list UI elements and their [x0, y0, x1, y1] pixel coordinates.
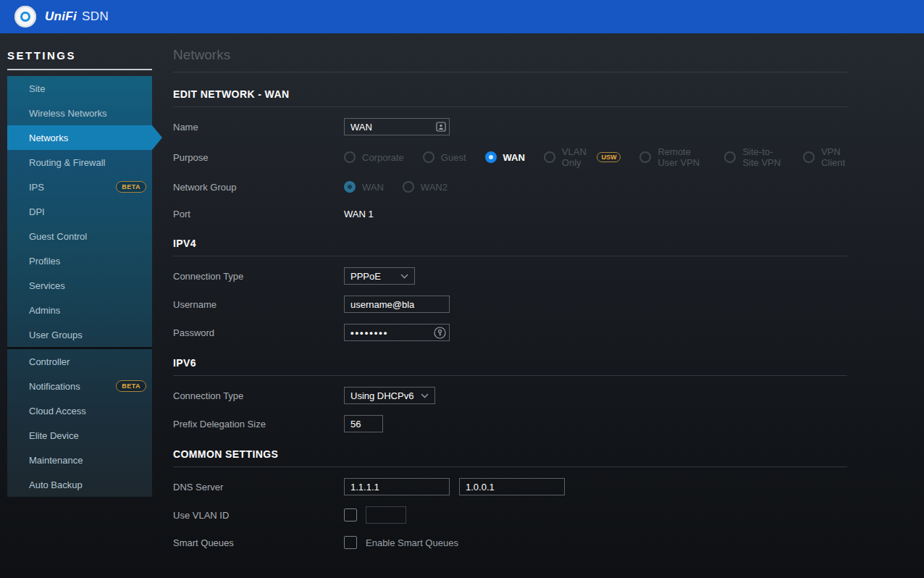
- sidebar-item-cloud-access[interactable]: Cloud Access: [7, 398, 152, 423]
- sidebar-item-wireless-networks[interactable]: Wireless Networks: [7, 101, 152, 125]
- ipv6-heading: IPV6: [173, 357, 847, 369]
- radio-icon: [639, 151, 651, 163]
- brand-unifi: UniFi: [45, 9, 77, 24]
- sidebar-item-maintenance[interactable]: Maintenance: [7, 448, 152, 472]
- purpose-option-wan[interactable]: WAN: [485, 151, 525, 163]
- sidebar-nav: Site Wireless Networks Networks Routing …: [7, 76, 152, 497]
- sidebar-item-controller[interactable]: Controller: [7, 349, 152, 374]
- name-row: Name: [173, 118, 847, 135]
- prefix-delegation-label: Prefix Delegation Size: [173, 419, 344, 430]
- dns-server-label: DNS Server: [173, 482, 344, 493]
- smart-queues-row: Smart Queues Enable Smart Queues: [173, 535, 847, 550]
- common-settings-heading: COMMON SETTINGS: [173, 448, 847, 460]
- ipv6-connection-type-select[interactable]: Using DHCPv6: [344, 387, 435, 404]
- sidebar-item-routing-firewall[interactable]: Routing & Firewall: [7, 150, 152, 175]
- beta-badge: BETA: [116, 181, 146, 193]
- sidebar-heading-divider: [7, 69, 152, 70]
- main-content: Networks EDIT NETWORK - WAN Name Purpose…: [159, 33, 924, 578]
- radio-icon: [344, 151, 356, 163]
- purpose-option-guest: Guest: [423, 151, 466, 163]
- edit-network-heading: EDIT NETWORK - WAN: [173, 88, 847, 100]
- radio-icon: [803, 151, 815, 163]
- purpose-option-vlan-only: VLAN Only: [544, 146, 589, 168]
- ipv6-connection-type-row: Connection Type Using DHCPv6: [173, 387, 847, 404]
- use-vlan-id-checkbox[interactable]: [344, 508, 357, 522]
- password-row: Password: [173, 324, 847, 341]
- network-group-row: Network Group WAN WAN2: [173, 179, 847, 195]
- sidebar-item-user-groups[interactable]: User Groups: [7, 322, 152, 347]
- dns-server-row: DNS Server: [173, 478, 847, 495]
- port-label: Port: [173, 209, 344, 219]
- smart-queues-label: Smart Queues: [173, 537, 344, 548]
- sidebar-item-networks[interactable]: Networks: [7, 125, 152, 150]
- purpose-label: Purpose: [173, 152, 344, 163]
- network-group-radio-group: WAN WAN2: [344, 181, 448, 193]
- usw-badge: USW: [597, 152, 621, 162]
- ipv4-connection-type-select[interactable]: PPPoE: [344, 267, 415, 285]
- radio-selected-disabled-icon: [344, 181, 356, 193]
- dns-server-input-1[interactable]: [344, 478, 450, 495]
- use-vlan-id-row: Use VLAN ID: [173, 506, 847, 524]
- purpose-radio-group: Corporate Guest WAN VLAN Only USW Re: [344, 146, 847, 168]
- username-row: Username: [173, 296, 847, 313]
- sidebar-item-dpi[interactable]: DPI: [7, 199, 152, 224]
- radio-icon: [423, 151, 434, 163]
- sidebar-item-notifications[interactable]: Notifications BETA: [7, 374, 152, 398]
- purpose-option-site-to-site-vpn: Site-to-Site VPN: [724, 146, 784, 168]
- radio-icon: [724, 151, 736, 163]
- brand-sdn: SDN: [82, 9, 109, 24]
- purpose-row: Purpose Corporate Guest WAN VLAN Only: [173, 146, 847, 168]
- use-vlan-id-label: Use VLAN ID: [173, 510, 344, 521]
- autofill-icon: [436, 122, 446, 132]
- sidebar-item-site[interactable]: Site: [7, 76, 152, 101]
- purpose-option-remote-user-vpn: Remote User VPN: [639, 146, 705, 168]
- port-value: WAN 1: [344, 209, 374, 219]
- network-group-option-wan: WAN: [344, 181, 384, 193]
- page-title-divider: [173, 72, 847, 72]
- chevron-down-icon: [421, 393, 429, 398]
- sidebar-heading: SETTINGS: [7, 49, 159, 62]
- purpose-option-corporate: Corporate: [344, 151, 404, 163]
- beta-badge: BETA: [116, 380, 146, 392]
- ipv4-connection-type-label: Connection Type: [173, 271, 344, 282]
- brand-title: UniFi SDN: [45, 9, 109, 24]
- radio-icon: [544, 151, 555, 163]
- purpose-option-vpn-client: VPN Client: [803, 146, 847, 168]
- prefix-delegation-input[interactable]: [344, 415, 383, 432]
- enable-smart-queues-text: Enable Smart Queues: [366, 537, 458, 548]
- sidebar-item-guest-control[interactable]: Guest Control: [7, 224, 152, 248]
- ipv4-connection-type-row: Connection Type PPPoE: [173, 267, 847, 285]
- top-bar: UniFi SDN: [0, 0, 924, 33]
- chevron-down-icon: [400, 274, 408, 279]
- radio-icon: [403, 181, 414, 193]
- network-group-option-wan2: WAN2: [403, 181, 448, 193]
- ipv6-connection-type-label: Connection Type: [173, 390, 344, 401]
- sidebar-item-elite-device[interactable]: Elite Device: [7, 423, 152, 448]
- sidebar-item-auto-backup[interactable]: Auto Backup: [7, 472, 152, 497]
- port-row: Port WAN 1: [173, 206, 847, 222]
- radio-selected-icon[interactable]: [485, 151, 497, 163]
- username-label: Username: [173, 299, 344, 310]
- sidebar-item-admins[interactable]: Admins: [7, 298, 152, 322]
- network-group-label: Network Group: [173, 182, 344, 193]
- password-key-icon[interactable]: [434, 327, 446, 339]
- name-label: Name: [173, 122, 344, 133]
- settings-sidebar: SETTINGS Site Wireless Networks Networks…: [0, 33, 159, 578]
- username-input[interactable]: [344, 296, 450, 313]
- vlan-id-input: [366, 506, 406, 524]
- sidebar-item-profiles[interactable]: Profiles: [7, 248, 152, 273]
- sidebar-item-ips[interactable]: IPS BETA: [7, 175, 152, 199]
- network-name-input[interactable]: [344, 118, 450, 135]
- ipv4-heading: IPV4: [173, 238, 847, 249]
- page-title: Networks: [173, 47, 847, 63]
- enable-smart-queues-checkbox[interactable]: [344, 536, 357, 549]
- sidebar-item-services[interactable]: Services: [7, 273, 152, 298]
- unifi-logo-icon: [14, 6, 36, 28]
- dns-server-input-2[interactable]: [459, 478, 565, 495]
- password-label: Password: [173, 327, 344, 338]
- prefix-delegation-row: Prefix Delegation Size: [173, 415, 847, 432]
